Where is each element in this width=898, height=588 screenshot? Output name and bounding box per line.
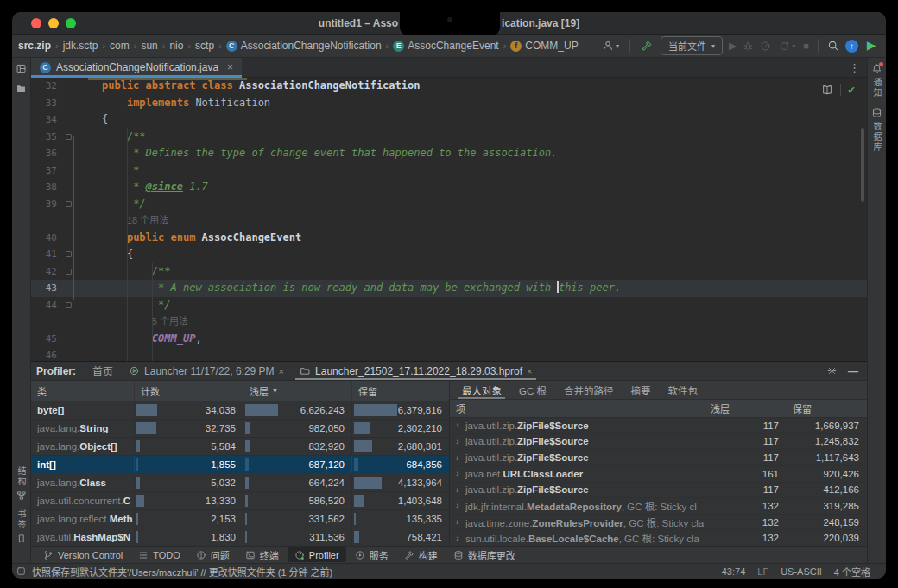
rerun-button[interactable]: ▾: [777, 39, 797, 54]
expand-chevron-icon[interactable]: ›: [450, 437, 465, 446]
toolwindow-button-profiler[interactable]: Profiler: [288, 547, 346, 562]
profiler-tab[interactable]: Launcher 11/17/22, 6:29 PM×: [121, 362, 292, 380]
fold-marker-icon[interactable]: [66, 302, 72, 308]
code-line[interactable]: 42 /**: [31, 263, 867, 281]
class-table-row[interactable]: java.lang.Class5,032664,2244,133,964: [31, 474, 449, 492]
fold-marker-icon[interactable]: [66, 269, 72, 275]
breadcrumb-item[interactable]: EAssocChangeEvent: [390, 39, 501, 53]
fold-marker-icon[interactable]: [66, 201, 72, 207]
column-header[interactable]: 计数: [134, 381, 243, 401]
database-toolwindow-button[interactable]: 数据库: [870, 107, 883, 153]
column-header[interactable]: 类: [31, 381, 134, 401]
folder-icon[interactable]: [16, 83, 27, 94]
breadcrumb-item[interactable]: CAssociationChangeNotification: [224, 39, 384, 53]
column-header[interactable]: 保留: [351, 381, 449, 401]
line-number[interactable]: 34: [31, 111, 57, 129]
code-line[interactable]: 46: [31, 347, 867, 361]
biggest-object-row[interactable]: ›jdk.jfr.internal.MetadataRepository, GC…: [450, 498, 867, 515]
indent-setting[interactable]: 4 个空格: [834, 565, 870, 579]
code-line[interactable]: 35 /**: [31, 129, 867, 146]
update-available-icon[interactable]: ↑: [845, 40, 858, 53]
detail-tab[interactable]: 合并的路径: [555, 381, 623, 399]
breadcrumb-item[interactable]: fCOMM_UP: [508, 39, 580, 53]
toolwindow-button-version-control[interactable]: Version Control: [36, 547, 130, 562]
stop-button[interactable]: ■: [803, 41, 809, 51]
build-project-button[interactable]: [639, 38, 655, 54]
code-line[interactable]: 33 implements Notification: [31, 95, 867, 112]
status-message[interactable]: 快照保存到默认文件夹'/Users/maczhuli' // 更改快照文件夹 (…: [16, 565, 332, 579]
bookmarks-toolwindow-button[interactable]: 书签: [15, 509, 28, 544]
line-number[interactable]: 43: [31, 280, 57, 297]
file-encoding[interactable]: US-ASCII: [781, 566, 822, 577]
breadcrumb-item[interactable]: com: [107, 39, 132, 53]
profile-button[interactable]: [760, 41, 771, 52]
class-table-row[interactable]: int[]1,855687,120684,856: [31, 456, 449, 474]
code-line[interactable]: 41 {: [31, 246, 867, 263]
expand-chevron-icon[interactable]: ›: [450, 420, 465, 430]
toolwindow-button-问题[interactable]: 问题: [189, 547, 237, 562]
line-number[interactable]: 36: [31, 145, 57, 162]
class-table-row[interactable]: java.lang.Object[]5,584832,9202,680,301: [31, 438, 449, 456]
expand-chevron-icon[interactable]: ›: [450, 469, 465, 478]
line-number[interactable]: 41: [31, 246, 57, 263]
toolwindow-button-构建[interactable]: 构建: [397, 547, 445, 562]
detail-tab[interactable]: 最大对象: [453, 381, 510, 399]
caret-position[interactable]: 43:74: [722, 566, 746, 577]
profiler-tab[interactable]: 首页: [85, 362, 121, 380]
run-configuration-select[interactable]: 当前文件 ▾: [661, 36, 723, 55]
biggest-object-row[interactable]: ›java.util.zip.ZipFile$Source1171,117,64…: [450, 450, 867, 466]
profiler-tab[interactable]: Launcher_21502_17.11.2022_18.29.03.hprof…: [292, 362, 540, 380]
reader-mode-icon[interactable]: [821, 84, 833, 96]
detail-tab[interactable]: 软件包: [659, 381, 706, 399]
line-number[interactable]: 44: [31, 297, 57, 314]
line-number[interactable]: 46: [31, 347, 57, 361]
structure-toolwindow-button[interactable]: 结构: [15, 466, 28, 501]
line-number[interactable]: 39: [31, 196, 57, 213]
expand-chevron-icon[interactable]: ›: [450, 517, 465, 527]
user-profile-button[interactable]: ▾: [600, 38, 621, 54]
expand-chevron-icon[interactable]: ›: [450, 453, 465, 463]
editor-options-kebab-icon[interactable]: ⋮: [842, 58, 867, 77]
breadcrumb-item[interactable]: sctp: [193, 39, 217, 53]
toolwindow-button-todo[interactable]: TODO: [131, 547, 187, 562]
code-line[interactable]: 5 个用法: [31, 313, 867, 331]
line-number[interactable]: [31, 313, 57, 331]
search-everywhere-icon[interactable]: [827, 40, 839, 52]
line-number[interactable]: 33: [31, 95, 57, 112]
biggest-object-row[interactable]: ›java.util.zip.ZipFile$Source117412,166: [450, 483, 867, 499]
ide-promo-icon[interactable]: [864, 40, 877, 53]
editor-tab[interactable]: C AssociationChangeNotification.java ×: [31, 58, 242, 77]
fold-marker-icon[interactable]: [66, 251, 72, 257]
breadcrumb-item[interactable]: nio: [167, 39, 186, 53]
code-line[interactable]: 32public abstract class AssociationChang…: [31, 78, 867, 95]
code-line[interactable]: 34{: [31, 111, 867, 129]
inspections-ok-icon[interactable]: ✔: [848, 83, 855, 96]
breadcrumb-item[interactable]: src.zip: [16, 39, 54, 53]
expand-chevron-icon[interactable]: ›: [450, 485, 465, 495]
class-table-row[interactable]: byte[]34,0386,626,2436,379,816: [31, 401, 449, 420]
class-table-row[interactable]: java.lang.String32,735982,0502,302,210: [31, 420, 449, 438]
line-number[interactable]: [31, 212, 57, 230]
line-ending[interactable]: LF: [757, 566, 768, 577]
hide-panel-icon[interactable]: —: [848, 365, 858, 377]
debug-button[interactable]: [743, 41, 754, 52]
column-header[interactable]: 项: [450, 401, 705, 415]
line-number[interactable]: 32: [31, 78, 57, 95]
toolwindow-button-终端[interactable]: 终端: [238, 547, 286, 562]
biggest-object-row[interactable]: ›sun.util.locale.BaseLocale$Cache, GC 根:…: [450, 530, 867, 546]
line-number[interactable]: 37: [31, 162, 57, 180]
code-line[interactable]: 36 * Defines the type of change event th…: [31, 145, 867, 162]
expand-chevron-icon[interactable]: ›: [450, 501, 465, 510]
close-tab-icon[interactable]: ×: [279, 366, 284, 376]
biggest-object-row[interactable]: ›java.net.URLClassLoader161920,426: [450, 466, 867, 483]
code-line[interactable]: 18 个用法: [31, 212, 867, 230]
column-header[interactable]: 浅层▼: [243, 381, 351, 401]
line-number[interactable]: 42: [31, 263, 57, 281]
notifications-toolwindow-button[interactable]: 通知: [870, 63, 883, 98]
code-line[interactable]: 44 */: [31, 297, 867, 314]
toolwindow-button-数据库更改[interactable]: 数据库更改: [446, 547, 522, 562]
editor-scrollbar[interactable]: [861, 128, 864, 202]
toolwindow-button-服务[interactable]: 服务: [348, 547, 395, 562]
biggest-object-row[interactable]: ›java.util.zip.ZipFile$Source1171,669,93…: [450, 418, 867, 434]
expand-chevron-icon[interactable]: ›: [450, 534, 465, 543]
